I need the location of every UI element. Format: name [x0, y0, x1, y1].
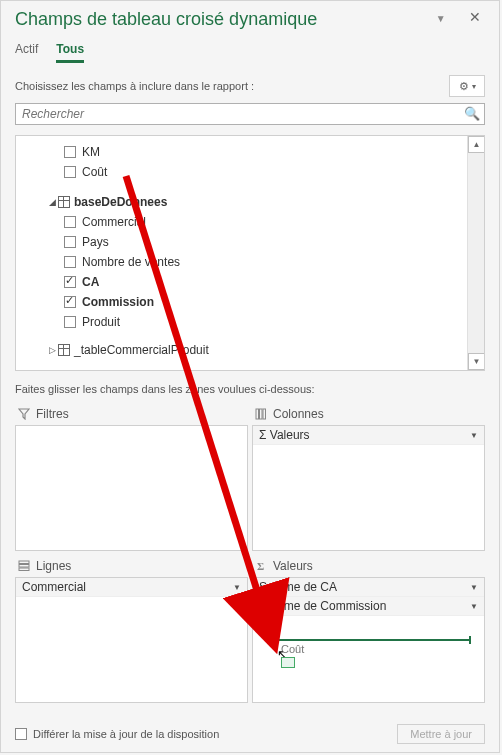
table-commercial-produit[interactable]: ▷ _tableCommercialProduit	[16, 340, 484, 360]
checkbox-ca[interactable]	[64, 276, 76, 288]
expand-icon[interactable]: ▷	[46, 345, 58, 355]
svg-rect-4	[19, 565, 29, 568]
choose-fields-label: Choisissez les champs à inclure dans le …	[15, 80, 254, 92]
scroll-down-button[interactable]: ▼	[468, 353, 485, 370]
field-nombreventes[interactable]: Nombre de ventes	[16, 252, 484, 272]
panel-title: Champs de tableau croisé dynamique	[15, 9, 485, 30]
checkbox-produit[interactable]	[64, 316, 76, 328]
area-filtres-label: Filtres	[36, 407, 69, 421]
table-icon	[58, 344, 70, 356]
checkbox-commission[interactable]	[64, 296, 76, 308]
collapse-icon[interactable]: ◢	[46, 197, 58, 207]
chevron-down-icon[interactable]: ▼	[233, 583, 241, 592]
area-filtres-box[interactable]	[15, 425, 248, 551]
area-colonnes-label: Colonnes	[273, 407, 324, 421]
defer-label: Différer la mise à jour de la dispositio…	[33, 728, 219, 740]
checkbox-km[interactable]	[64, 146, 76, 158]
svg-rect-2	[263, 409, 266, 419]
valeurs-item-somme-ca[interactable]: Somme de CA ▼	[253, 578, 484, 597]
drag-hint-label: Faites glisser les champs dans les zones…	[1, 371, 499, 403]
chevron-down-icon: ▾	[472, 82, 476, 91]
area-valeurs-label: Valeurs	[273, 559, 313, 573]
rows-icon	[17, 560, 30, 573]
chevron-down-icon[interactable]: ▼	[470, 431, 478, 440]
area-lignes-label: Lignes	[36, 559, 71, 573]
gear-icon: ⚙	[459, 80, 469, 93]
checkbox-pays[interactable]	[64, 236, 76, 248]
colonnes-item-valeurs[interactable]: Σ Valeurs ▼	[253, 426, 484, 445]
tools-button[interactable]: ⚙ ▾	[449, 75, 485, 97]
search-icon[interactable]: 🔍	[464, 106, 480, 121]
tab-actif[interactable]: Actif	[15, 38, 38, 63]
field-commission[interactable]: Commission	[16, 292, 484, 312]
columns-icon	[254, 408, 267, 421]
table-icon	[58, 196, 70, 208]
tab-tous[interactable]: Tous	[56, 38, 84, 63]
svg-rect-3	[19, 561, 29, 564]
defer-checkbox[interactable]	[15, 728, 27, 740]
checkbox-cout[interactable]	[64, 166, 76, 178]
field-ca[interactable]: CA	[16, 272, 484, 292]
filter-icon	[17, 408, 30, 421]
svg-rect-5	[19, 568, 29, 571]
checkbox-nombreventes[interactable]	[64, 256, 76, 268]
close-icon[interactable]: ✕	[465, 7, 485, 27]
field-commercial[interactable]: Commercial	[16, 212, 484, 232]
update-button[interactable]: Mettre à jour	[397, 724, 485, 744]
field-produit[interactable]: Produit	[16, 312, 484, 332]
table-basededonnees[interactable]: ◢ baseDeDonnees	[16, 192, 484, 212]
search-input[interactable]	[16, 104, 484, 124]
field-pays[interactable]: Pays	[16, 232, 484, 252]
drag-ghost-icon	[281, 657, 295, 668]
field-cout[interactable]: Coût	[16, 162, 484, 182]
area-colonnes-box[interactable]: Σ Valeurs ▼	[252, 425, 485, 551]
checkbox-commercial[interactable]	[64, 216, 76, 228]
valeurs-item-somme-commission[interactable]: Somme de Commission ▼	[253, 597, 484, 616]
dropdown-icon[interactable]: ▼	[432, 11, 450, 26]
svg-rect-0	[256, 409, 259, 419]
field-km[interactable]: KM	[16, 142, 484, 162]
area-lignes-box[interactable]: Commercial ▼	[15, 577, 248, 703]
chevron-down-icon[interactable]: ▼	[470, 583, 478, 592]
lignes-item-commercial[interactable]: Commercial ▼	[16, 578, 247, 597]
drop-indicator	[269, 639, 469, 641]
chevron-down-icon[interactable]: ▼	[470, 602, 478, 611]
sigma-icon: Σ	[254, 560, 267, 573]
scroll-up-button[interactable]: ▲	[468, 136, 485, 153]
svg-rect-1	[259, 409, 262, 419]
